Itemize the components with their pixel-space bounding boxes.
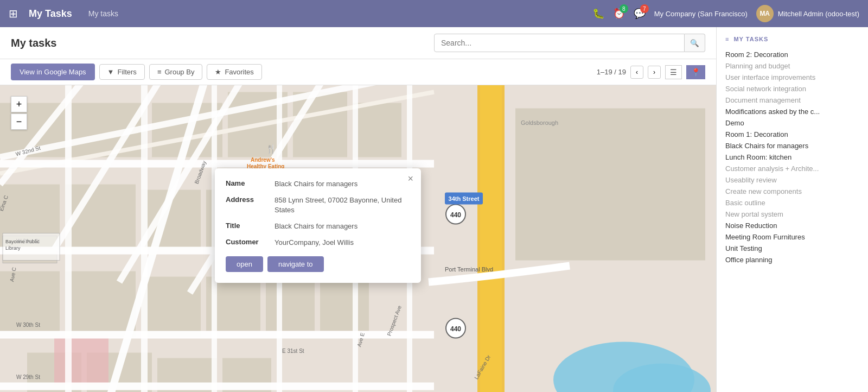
task-item[interactable]: Create new components [725, 186, 859, 197]
name-value: Black Chairs for managers [275, 179, 358, 189]
filter-icon: ▼ [107, 68, 114, 76]
svg-text:Library: Library [5, 245, 21, 251]
task-item[interactable]: Demo [725, 117, 859, 129]
map-container: 440 440 34th Street W 32nd [0, 85, 716, 392]
clock-badge: 8 [620, 4, 628, 13]
search-input[interactable] [434, 34, 685, 52]
filters-button[interactable]: ▼ Filters [99, 64, 145, 80]
task-item[interactable]: Basic outline [725, 197, 859, 208]
popup-close-button[interactable]: × [407, 174, 413, 184]
address-label: Address [226, 195, 275, 204]
app-title: My Tasks [29, 8, 72, 20]
svg-rect-44 [480, 85, 502, 392]
topnav-right-area: 🐛 ⏰ 8 💬 7 My Company (San Francisco) MA … [592, 5, 859, 22]
task-item[interactable]: Meeting Room Furnitures [725, 231, 859, 243]
navigate-to-button[interactable]: navigate to [267, 256, 324, 272]
sidebar-section-title: ≡ MY TASKS [725, 36, 859, 42]
svg-text:440: 440 [450, 325, 461, 333]
svg-text:Port Terminal Blvd: Port Terminal Blvd [445, 266, 493, 273]
popup-address-row: Address 858 Lynn Street, 07002 Bayonne, … [226, 195, 410, 215]
task-item[interactable]: Office planning [725, 254, 859, 265]
view-in-google-maps-button[interactable]: View in Google Maps [11, 64, 95, 80]
map-view-button[interactable]: 📍 [686, 65, 705, 79]
svg-text:440: 440 [450, 211, 461, 219]
groupby-icon: ≡ [157, 68, 162, 76]
task-item[interactable]: Lunch Room: kitchen [725, 151, 859, 163]
task-item[interactable]: User interface improvements [725, 72, 859, 83]
task-item[interactable]: Room 2: Decoration [725, 49, 859, 60]
zoom-in-button[interactable]: + [11, 96, 27, 112]
page-title: My tasks [11, 37, 427, 49]
popup-actions: open navigate to [226, 256, 410, 272]
task-item[interactable]: Unit Testing [725, 243, 859, 254]
toolbar-row1: My tasks 🔍 [0, 27, 716, 59]
svg-text:Andrew's: Andrew's [251, 157, 275, 163]
svg-rect-18 [266, 277, 315, 331]
zoom-out-button[interactable]: − [11, 113, 27, 130]
svg-rect-37 [65, 85, 72, 392]
task-item[interactable]: Customer analysis + Archite... [725, 163, 859, 174]
msg-badge: 7 [640, 4, 649, 13]
svg-rect-19 [320, 277, 369, 331]
task-list: Room 2: DecorationPlanning and budgetUse… [725, 49, 859, 265]
list-icon: ≡ [725, 36, 729, 42]
open-button[interactable]: open [226, 256, 263, 272]
task-item[interactable]: Planning and budget [725, 60, 859, 72]
right-sidebar: ≡ MY TASKS Room 2: DecorationPlanning an… [716, 27, 868, 392]
svg-rect-15 [65, 271, 136, 337]
task-item[interactable]: Black Chairs for managers [725, 140, 859, 151]
svg-text:Goldsborough: Goldsborough [521, 119, 558, 126]
search-button[interactable]: 🔍 [685, 34, 705, 52]
avatar: MA [756, 5, 774, 22]
svg-text:W 30th St: W 30th St [16, 322, 40, 328]
svg-rect-24 [54, 337, 108, 385]
left-content: My tasks 🔍 View in Google Maps ▼ Filters… [0, 27, 716, 392]
zoom-controls: + − [11, 96, 27, 130]
main-area: My tasks 🔍 View in Google Maps ▼ Filters… [0, 27, 868, 392]
task-item[interactable]: Modifications asked by the c... [725, 106, 859, 117]
task-item[interactable]: Noise Reduction [725, 220, 859, 231]
svg-rect-6 [353, 103, 401, 157]
task-item[interactable]: Room 1: Decoration [725, 129, 859, 140]
title-value: Black Chairs for managers [275, 222, 358, 231]
svg-text:🍴: 🍴 [266, 144, 277, 154]
map-background: 440 440 34th Street W 32nd [0, 85, 716, 392]
company-name[interactable]: My Company (San Francisco) [654, 10, 748, 18]
bug-icon[interactable]: 🐛 [592, 8, 604, 20]
svg-rect-38 [141, 85, 148, 392]
search-container: 🔍 [434, 34, 705, 52]
popup-name-row: Name Black Chairs for managers [226, 179, 410, 189]
task-item[interactable]: Document management [725, 94, 859, 106]
customer-label: Customer [226, 238, 275, 246]
popup-title-row: Title Black Chairs for managers [226, 222, 410, 231]
message-notification[interactable]: 💬 7 [634, 8, 646, 20]
svg-text:34th Street: 34th Street [449, 195, 480, 202]
svg-rect-49 [515, 109, 705, 261]
popup-customer-row: Customer YourCompany, Joel Willis [226, 238, 410, 248]
next-page-button[interactable]: › [648, 66, 661, 79]
toolbar-row2: View in Google Maps ▼ Filters ≡ Group By… [0, 59, 716, 85]
svg-text:Bayonne Public: Bayonne Public [5, 239, 40, 244]
user-profile[interactable]: MA Mitchell Admin (odoo-test) [756, 5, 859, 22]
list-view-button[interactable]: ☰ [665, 65, 682, 79]
svg-text:W 29th St: W 29th St [16, 374, 40, 380]
apps-icon[interactable]: ⊞ [9, 7, 18, 20]
task-item[interactable]: Social network integration [725, 83, 859, 94]
favorites-button[interactable]: ★ Favorites [207, 64, 261, 80]
username: Mitchell Admin (odoo-test) [778, 10, 859, 18]
address-value: 858 Lynn Street, 07002 Bayonne, United S… [275, 195, 410, 215]
task-item[interactable]: Useablity review [725, 174, 859, 186]
prev-page-button[interactable]: ‹ [630, 66, 643, 79]
map-popup: × Name Black Chairs for managers Address… [215, 168, 421, 283]
top-navigation: ⊞ My Tasks My tasks 🐛 ⏰ 8 💬 7 My Company… [0, 0, 868, 27]
task-item[interactable]: New portal system [725, 208, 859, 220]
svg-rect-5 [293, 92, 347, 157]
pagination: 1–19 / 19 ‹ › ☰ 📍 [597, 65, 705, 79]
customer-value: YourCompany, Joel Willis [275, 238, 354, 248]
pagination-text: 1–19 / 19 [597, 68, 626, 76]
name-label: Name [226, 179, 275, 187]
group-by-button[interactable]: ≡ Group By [149, 64, 203, 80]
star-icon: ★ [215, 68, 221, 76]
clock-notification[interactable]: ⏰ 8 [613, 8, 625, 20]
title-label: Title [226, 222, 275, 230]
